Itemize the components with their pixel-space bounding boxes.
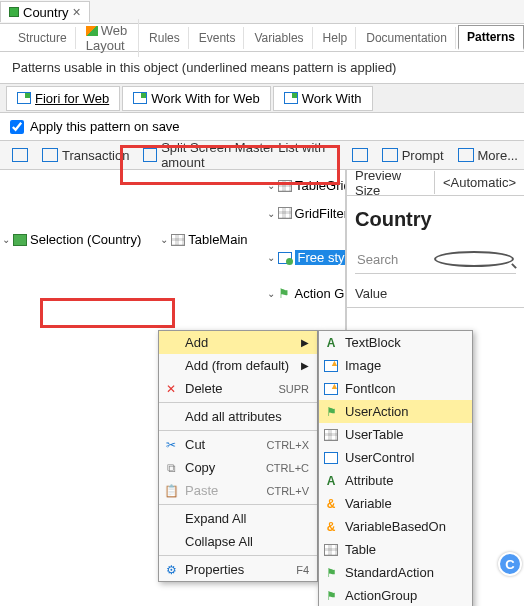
tab-variables[interactable]: Variables: [246, 27, 312, 49]
smi-useraction[interactable]: ⚑UserAction: [319, 400, 472, 423]
grid-icon: [278, 180, 292, 192]
grid-icon: [278, 207, 292, 219]
grid-icon: [171, 234, 185, 246]
c-badge[interactable]: C: [498, 552, 522, 576]
copy-icon: ⧉: [163, 460, 179, 476]
toolbar-prompt[interactable]: Prompt: [376, 145, 450, 166]
object-tab[interactable]: Country ×: [0, 1, 90, 22]
tree-selection[interactable]: ⌄Selection (Country) ⌄TableMain ⌄TableGr…: [2, 174, 343, 305]
flag-icon: ⚑: [323, 565, 339, 581]
search-box[interactable]: Search: [355, 245, 516, 274]
paste-icon: 📋: [163, 483, 179, 499]
country-header: Country: [347, 196, 524, 239]
value-label: Value: [347, 280, 524, 308]
subtab-ww-web[interactable]: Work With for Web: [122, 86, 271, 111]
collapse-icon[interactable]: ⌄: [267, 252, 275, 263]
context-menu: Add▶ Add (from default)▶ ✕DeleteSUPR Add…: [158, 330, 318, 582]
preview-size-value[interactable]: <Automatic>: [434, 171, 524, 194]
smi-textblock[interactable]: ATextBlock: [319, 331, 472, 354]
mi-add-default[interactable]: Add (from default)▶: [159, 354, 317, 377]
tree-tablegrid[interactable]: ⌄TableGrid ACountry: [267, 176, 346, 195]
variable-icon: &: [323, 519, 339, 535]
flag-icon: ⚑: [278, 288, 292, 300]
tab-structure[interactable]: Structure: [10, 27, 76, 49]
tab-documentation[interactable]: Documentation: [358, 27, 456, 49]
more-icon: [458, 148, 474, 162]
textblock-icon: A: [323, 335, 339, 351]
tab-rules[interactable]: Rules: [141, 27, 189, 49]
smi-usertable[interactable]: UserTable: [319, 423, 472, 446]
tree-tablemain[interactable]: ⌄TableMain ⌄TableGrid ACountry ⌄GridFilt…: [160, 175, 346, 304]
mi-copy[interactable]: ⧉CopyCTRL+C: [159, 456, 317, 479]
toolbar-split-screen[interactable]: Split Screen Master List with amount: [137, 137, 343, 173]
mi-expand-all[interactable]: Expand All: [159, 507, 317, 530]
smi-usercontrol[interactable]: UserControl: [319, 446, 472, 469]
smi-fonticon[interactable]: FontIcon: [319, 377, 472, 400]
smi-variablebasedon[interactable]: &VariableBasedOn: [319, 515, 472, 538]
transaction-tb-icon: [42, 148, 58, 162]
tb-icon-1: [12, 148, 28, 162]
web-layout-icon: [86, 26, 98, 36]
toolbar-transaction[interactable]: Transaction: [36, 145, 135, 166]
mi-add-all-attr[interactable]: Add all attributes: [159, 405, 317, 428]
collapse-icon[interactable]: ⌄: [160, 234, 168, 245]
split-screen-icon: [143, 148, 157, 162]
delete-icon: ✕: [163, 381, 179, 397]
flag-icon: ⚑: [323, 404, 339, 420]
smi-table[interactable]: Table: [319, 538, 472, 561]
apply-label: Apply this pattern on save: [30, 119, 180, 134]
collapse-icon[interactable]: ⌄: [267, 288, 275, 299]
smi-image[interactable]: Image: [319, 354, 472, 377]
fiori-icon: [17, 92, 31, 104]
subtab-fiori[interactable]: Fiori for Web: [6, 86, 120, 111]
object-tab-label: Country: [23, 5, 69, 20]
mi-collapse-all[interactable]: Collapse All: [159, 530, 317, 553]
grid-icon: [323, 427, 339, 443]
attribute-icon: A: [323, 473, 339, 489]
grid-icon: [323, 542, 339, 558]
image-icon: [323, 358, 339, 374]
transaction-icon: [9, 7, 19, 17]
smi-attribute[interactable]: AAttribute: [319, 469, 472, 492]
collapse-icon[interactable]: ⌄: [267, 208, 275, 219]
gear-icon: ⚙: [163, 562, 179, 578]
mi-paste: 📋PasteCTRL+V: [159, 479, 317, 502]
prompt-icon: [382, 148, 398, 162]
tab-events[interactable]: Events: [191, 27, 245, 49]
ww-icon: [284, 92, 298, 104]
cut-icon: ✂: [163, 437, 179, 453]
mi-cut[interactable]: ✂CutCTRL+X: [159, 433, 317, 456]
search-placeholder: Search: [357, 252, 434, 267]
patterns-description: Patterns usable in this object (underlin…: [0, 52, 524, 83]
mi-properties[interactable]: ⚙PropertiesF4: [159, 558, 317, 581]
mi-add[interactable]: Add▶: [159, 331, 317, 354]
usercontrol-icon: [323, 450, 339, 466]
tb-icon-4: [352, 148, 368, 162]
editor-tabs: Structure Web Layout Rules Events Variab…: [0, 24, 524, 52]
variable-icon: &: [323, 496, 339, 512]
selection-icon: [13, 234, 27, 246]
tree-action-group[interactable]: ⌄⚑Action Group ⚑Standard A: [267, 284, 346, 303]
toolbar-more[interactable]: More...: [452, 145, 524, 166]
collapse-icon[interactable]: ⌄: [267, 180, 275, 191]
fonticon-icon: [323, 381, 339, 397]
context-submenu-add: ATextBlock Image FontIcon ⚑UserAction Us…: [318, 330, 473, 606]
tab-patterns[interactable]: Patterns: [458, 25, 524, 50]
ww-web-icon: [133, 92, 147, 104]
flag-icon: ⚑: [323, 588, 339, 604]
apply-checkbox[interactable]: [10, 120, 24, 134]
mi-delete[interactable]: ✕DeleteSUPR: [159, 377, 317, 400]
subtab-ww[interactable]: Work With: [273, 86, 373, 111]
tree-free-style-grid[interactable]: ⌄Free style grid CountryNa CountryPop Co…: [267, 231, 346, 284]
smi-variable[interactable]: &Variable: [319, 492, 472, 515]
smi-actiongroup[interactable]: ⚑ActionGroup: [319, 584, 472, 606]
smi-standardaction[interactable]: ⚑StandardAction: [319, 561, 472, 584]
free-style-grid-icon: [278, 252, 292, 264]
toolbar-btn-4[interactable]: [346, 145, 374, 165]
search-icon[interactable]: [434, 251, 515, 267]
tab-help[interactable]: Help: [315, 27, 357, 49]
collapse-icon[interactable]: ⌄: [2, 234, 10, 245]
tree-gridfilter[interactable]: ⌄GridFilter ▼CountryName (CountryName.To…: [267, 195, 346, 231]
tab-web-layout[interactable]: Web Layout: [78, 19, 139, 57]
toolbar-btn-1[interactable]: [6, 145, 34, 165]
